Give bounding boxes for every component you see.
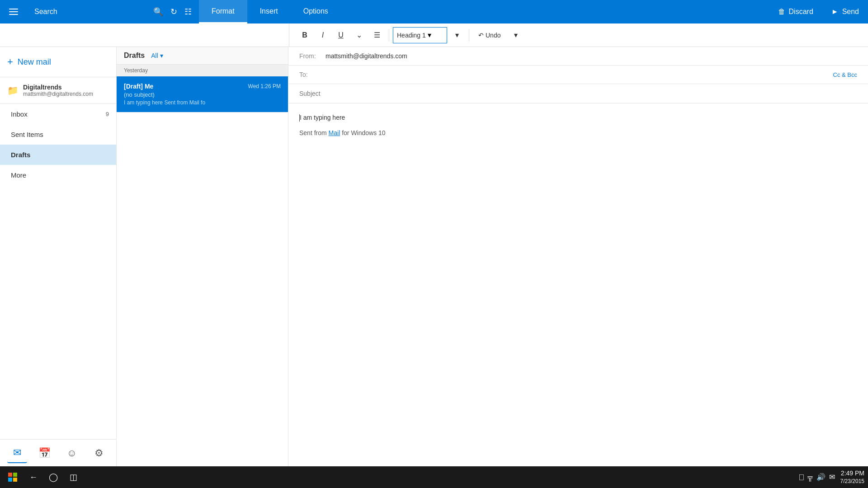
taskbar-taskview-button[interactable]: ◫	[65, 469, 81, 485]
underline-button[interactable]: U	[333, 27, 349, 43]
taskbar-wifi-icon[interactable]: ╦	[807, 473, 812, 481]
sync-icon[interactable]: ↻	[170, 7, 177, 17]
email-list-header: Drafts All ▾	[117, 47, 288, 65]
compose-from-row: From: mattsmith@digitaltrends.com	[288, 47, 868, 66]
calendar-icon-button[interactable]: 📅	[34, 443, 54, 463]
taskbar-notification-icon[interactable]: ✉	[829, 473, 835, 481]
email-sender: [Draft] Me	[124, 83, 153, 90]
heading-dropdown[interactable]: Heading 1 ▾	[393, 27, 447, 43]
tab-format[interactable]: Format	[199, 0, 247, 23]
compose-body-text: I am typing here	[299, 113, 857, 122]
taskbar-display-icon[interactable]: ⎕	[799, 473, 804, 481]
to-input[interactable]	[326, 71, 833, 78]
new-mail-icon: +	[7, 56, 13, 68]
taskbar-cortana-button[interactable]: ◯	[45, 469, 61, 485]
sidebar-nav: Inbox 9 Sent Items Drafts More	[0, 104, 116, 439]
signature-link[interactable]: Mail	[329, 129, 340, 136]
sidebar-bottom: ✉ 📅 ☺ ⚙	[0, 439, 116, 466]
sidebar-item-more[interactable]: More	[0, 165, 116, 185]
from-label: From:	[299, 52, 322, 60]
discard-icon: 🗑	[778, 8, 785, 16]
svg-rect-2	[9, 14, 18, 15]
align-button[interactable]: ☰	[369, 27, 385, 43]
people-icon-button[interactable]: ☺	[62, 443, 82, 463]
email-date-group: Yesterday	[117, 65, 288, 76]
account-email: mattsmith@digitaltrends.com	[23, 91, 93, 97]
svg-rect-1	[9, 11, 18, 12]
send-icon: ►	[831, 8, 839, 16]
to-label: To:	[299, 71, 322, 78]
more-format-button[interactable]: ⌄	[351, 27, 367, 43]
sidebar-item-drafts[interactable]: Drafts	[0, 145, 116, 165]
search-area: Search 🔍 ↻ ☷	[27, 0, 199, 23]
settings-icon-button[interactable]: ⚙	[89, 443, 109, 463]
svg-rect-3	[8, 473, 12, 477]
search-icon[interactable]: 🔍	[153, 7, 163, 17]
cc-bcc-button[interactable]: Cc & Bcc	[833, 71, 857, 78]
email-filter-button[interactable]: All ▾	[151, 52, 163, 59]
svg-rect-4	[13, 473, 17, 477]
discard-button[interactable]: 🗑 Discard	[769, 0, 822, 23]
mail-icon-button[interactable]: ✉	[7, 443, 27, 463]
compose-signature: Sent from Mail for Windows 10	[299, 128, 857, 138]
email-time: Wed 1:26 PM	[248, 83, 281, 89]
search-label: Search	[34, 8, 153, 16]
send-button[interactable]: ► Send	[822, 0, 868, 23]
heading-value: Heading 1	[397, 32, 426, 39]
tab-options[interactable]: Options	[291, 0, 341, 23]
sidebar-item-inbox[interactable]: Inbox 9	[0, 104, 116, 124]
heading-expand-button[interactable]: ▾	[449, 27, 465, 43]
compose-to-row: To: Cc & Bcc	[288, 66, 868, 84]
subject-input[interactable]	[299, 90, 857, 97]
undo-icon: ↶	[478, 32, 484, 39]
taskbar-clock[interactable]: 2:49 PM 7/23/2015	[840, 469, 864, 485]
undo-button[interactable]: ↶ Undo	[473, 27, 506, 43]
email-list-panel: Drafts All ▾ Yesterday [Draft] Me Wed 1:…	[117, 47, 288, 466]
filter-chevron-icon: ▾	[160, 52, 163, 59]
email-list-title: Drafts	[124, 52, 145, 60]
account-name: Digitaltrends	[23, 84, 93, 91]
hamburger-menu[interactable]	[0, 0, 27, 23]
svg-rect-0	[9, 9, 18, 9]
toolbar-tabs: Format Insert Options	[199, 0, 341, 23]
svg-rect-6	[13, 478, 17, 482]
email-preview: I am typing here Sent from Mail fo	[124, 99, 281, 106]
italic-button[interactable]: I	[315, 27, 331, 43]
toolbar-actions: 🗑 Discard ► Send	[769, 0, 868, 23]
taskbar-back-button[interactable]: ←	[25, 469, 42, 485]
sidebar-item-sent[interactable]: Sent Items	[0, 124, 116, 145]
taskbar-volume-icon[interactable]: 🔊	[816, 473, 826, 481]
new-mail-button[interactable]: + New mail	[0, 47, 116, 77]
from-value: mattsmith@digitaltrends.com	[326, 52, 407, 60]
tab-insert[interactable]: Insert	[247, 0, 291, 23]
format-bar: B I U ⌄ ☰ Heading 1 ▾ ▾ ↶ Undo ▾	[289, 23, 868, 47]
taskbar: ← ◯ ◫ ⎕ ╦ 🔊 ✉ 2:49 PM 7/23/2015	[0, 466, 868, 488]
format-separator-2	[469, 29, 469, 42]
start-button[interactable]	[4, 468, 22, 486]
compose-subject-row	[288, 84, 868, 103]
compose-area: From: mattsmith@digitaltrends.com To: Cc…	[288, 47, 868, 466]
chevron-down-icon: ▾	[428, 31, 431, 39]
filter-icon[interactable]: ☷	[184, 7, 192, 17]
svg-rect-5	[8, 478, 12, 482]
format-separator	[389, 29, 389, 42]
undo-dropdown-button[interactable]: ▾	[508, 27, 524, 43]
email-subject: (no subject)	[124, 91, 281, 98]
folder-icon: 📁	[7, 85, 19, 96]
bold-button[interactable]: B	[297, 27, 313, 43]
sidebar-account[interactable]: 📁 Digitaltrends mattsmith@digitaltrends.…	[0, 77, 116, 104]
sidebar: + New mail 📁 Digitaltrends mattsmith@dig…	[0, 47, 117, 466]
compose-body[interactable]: I am typing here Sent from Mail for Wind…	[288, 103, 868, 466]
inbox-count: 9	[106, 111, 109, 117]
email-item[interactable]: [Draft] Me Wed 1:26 PM (no subject) I am…	[117, 76, 288, 113]
